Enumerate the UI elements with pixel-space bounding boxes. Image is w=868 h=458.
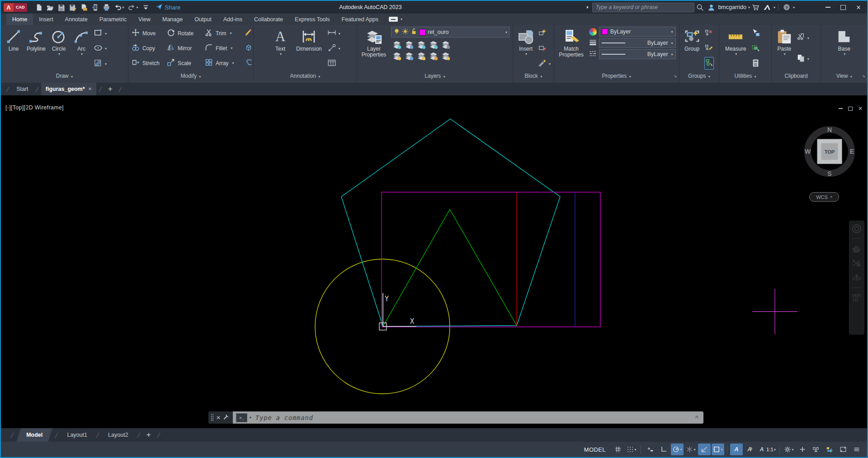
green-zigzag[interactable] xyxy=(383,209,517,326)
panel-footer-annotation[interactable]: Annotation ▾ xyxy=(254,71,357,83)
group-edit-button[interactable] xyxy=(704,42,714,54)
annotation-scale-caret-icon[interactable]: ▾ xyxy=(774,448,776,452)
lineweight-dropdown[interactable]: ByLayer ▾ xyxy=(599,38,676,48)
cut-caret-icon[interactable]: ▾ xyxy=(807,36,809,40)
move-button[interactable]: Move xyxy=(132,28,167,38)
ellipse-menu-caret-icon[interactable]: ▾ xyxy=(105,47,107,51)
autodesk-logo-icon[interactable] xyxy=(761,4,773,11)
copy-clip-caret-icon[interactable]: ▾ xyxy=(807,57,809,61)
open-file-button[interactable] xyxy=(45,3,55,12)
command-prompt-icon[interactable]: >_ xyxy=(236,413,247,422)
rectangle-menu-caret-icon[interactable]: ▾ xyxy=(105,32,107,36)
close-button[interactable]: ✕ xyxy=(852,2,865,12)
navigation-wheel-icon[interactable] xyxy=(851,223,862,234)
view-launcher-icon[interactable]: ↘ xyxy=(862,71,865,81)
workspace-settings-caret-icon[interactable]: ▾ xyxy=(792,448,793,452)
ucs-y-label[interactable]: Y xyxy=(385,295,389,303)
layer-properties-button[interactable]: Layer Properties xyxy=(359,26,389,71)
ellipse-tool-button[interactable]: ▾ xyxy=(94,43,107,55)
search-input[interactable] xyxy=(592,3,694,12)
object-color-dropdown[interactable]: ByLayer ▾ xyxy=(599,27,676,37)
block-editor-caret-icon[interactable]: ▾ xyxy=(549,62,551,66)
panel-footer-properties[interactable]: Properties ▾↘ xyxy=(554,71,679,83)
text-button[interactable]: A Text ▾ xyxy=(269,26,292,71)
paste-menu-caret-icon[interactable]: ▾ xyxy=(784,52,786,56)
layer-off-button[interactable] xyxy=(391,39,403,50)
minimize-button[interactable] xyxy=(821,2,835,12)
ortho-mode-toggle[interactable] xyxy=(657,444,670,455)
layer-unlock-icon[interactable] xyxy=(410,28,417,36)
viewcube[interactable]: N S W E TOP xyxy=(804,126,855,177)
isolate-objects-toggle[interactable] xyxy=(810,444,822,455)
ribbon-tab-view[interactable]: View xyxy=(132,14,156,25)
fillet-menu-caret-icon[interactable]: ▾ xyxy=(231,46,232,50)
layer-on-icon[interactable] xyxy=(393,28,400,36)
polar-tracking-caret-icon[interactable]: ▾ xyxy=(680,448,682,452)
layer-walk-button[interactable] xyxy=(440,39,452,50)
cut-button[interactable]: ▾ xyxy=(797,32,809,44)
trim-menu-caret-icon[interactable]: ▾ xyxy=(230,31,231,35)
undo-caret-icon[interactable]: ▾ xyxy=(123,5,124,9)
viewcube-east[interactable]: E xyxy=(850,148,854,155)
ribbon-tab-annotate[interactable]: Annotate xyxy=(59,14,94,25)
text-menu-caret-icon[interactable]: ▾ xyxy=(280,52,282,56)
layout-tab-layout1[interactable]: Layout1 xyxy=(61,428,93,442)
object-snap-toggle[interactable]: ▾ xyxy=(712,444,724,455)
base-button[interactable]: Base ▾ xyxy=(833,26,855,71)
leader-caret-icon[interactable]: ▾ xyxy=(339,47,340,51)
file-tab-start[interactable]: Start xyxy=(12,83,33,95)
navigation-bar[interactable] xyxy=(849,221,864,335)
layer-dropdown-caret-icon[interactable]: ▾ xyxy=(505,30,507,34)
file-tab-figuras-geom-[interactable]: figuras_geom*× xyxy=(41,83,96,95)
viewcube-south[interactable]: S xyxy=(827,170,831,177)
orbit-icon[interactable] xyxy=(851,273,862,283)
magenta-rectangle[interactable] xyxy=(382,192,600,327)
command-input[interactable]: Type a command xyxy=(255,414,691,421)
stretch-button[interactable]: Stretch xyxy=(132,58,167,68)
customize-qat-button[interactable] xyxy=(141,3,151,12)
ribbon-tab-express-tools[interactable]: Express Tools xyxy=(289,14,336,25)
layer-unisolate-button[interactable] xyxy=(403,50,415,61)
circle-button[interactable]: Circle ▾ xyxy=(47,26,70,71)
panel-footer-groups[interactable]: Groups ▾ xyxy=(679,71,719,83)
arc-menu-caret-icon[interactable]: ▾ xyxy=(81,52,83,56)
command-input-bar[interactable]: >_ ▾ Type a command ^ xyxy=(233,411,703,424)
scale-button[interactable]: Scale xyxy=(167,58,205,68)
viewcube-north[interactable]: N xyxy=(827,126,832,133)
mirror-button[interactable]: Mirror xyxy=(167,43,205,53)
cyan-pentagon[interactable] xyxy=(341,119,560,326)
line-button[interactable]: Line xyxy=(2,26,25,71)
isodraft-toggle[interactable]: ▾ xyxy=(684,444,697,455)
copy-clip-button[interactable]: ▾ xyxy=(797,53,809,65)
command-drag-handle-icon[interactable] xyxy=(211,414,214,421)
fillet-button[interactable]: Fillet▾ xyxy=(205,43,245,53)
user-avatar-icon[interactable] xyxy=(706,4,717,11)
open-from-web-button[interactable] xyxy=(79,3,89,12)
command-expand-icon[interactable]: ^ xyxy=(695,414,698,421)
plot-button[interactable] xyxy=(101,3,112,12)
object-snap-caret-icon[interactable]: ▾ xyxy=(721,448,722,452)
properties-launcher-icon[interactable]: ↘ xyxy=(674,71,677,81)
layer-thaw-icon[interactable] xyxy=(402,28,409,36)
search-icon[interactable] xyxy=(694,4,706,11)
redo-button[interactable]: ▾ xyxy=(127,3,140,12)
maximize-button[interactable] xyxy=(836,2,850,12)
polyline-button[interactable]: Polyline xyxy=(25,26,47,71)
layer-on-button[interactable] xyxy=(391,50,403,61)
current-layer-swatch[interactable] xyxy=(419,29,426,36)
arc-button[interactable]: Arc ▾ xyxy=(70,26,93,71)
model-canvas[interactable]: YX xyxy=(1,95,867,428)
color-wheel-icon[interactable] xyxy=(589,28,597,36)
ribbon-display-caret-icon[interactable]: ▾ xyxy=(401,17,402,21)
layer-freeze-button[interactable] xyxy=(415,39,428,50)
paste-button[interactable]: Paste ▾ xyxy=(773,26,796,71)
annotation-visibility-toggle[interactable]: A xyxy=(730,444,743,455)
ribbon-tab-collaborate[interactable]: Collaborate xyxy=(248,14,289,25)
graphics-performance-toggle[interactable] xyxy=(823,444,836,455)
model-space-button[interactable]: MODEL xyxy=(584,446,606,453)
viewcube-west[interactable]: W xyxy=(805,148,811,155)
snap-mode-toggle[interactable]: ▾ xyxy=(625,444,638,455)
showmotion-icon[interactable] xyxy=(851,292,862,303)
ribbon-tab-featured-apps[interactable]: Featured Apps xyxy=(336,14,384,25)
panel-footer-clipboard[interactable]: Clipboard xyxy=(772,71,821,83)
